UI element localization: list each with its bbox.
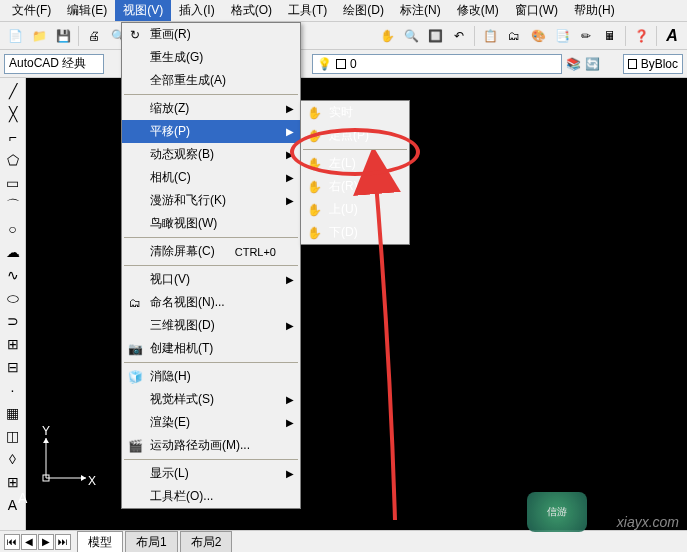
new-button[interactable]: 📄 — [4, 25, 26, 47]
tab-first-button[interactable]: ⏮ — [4, 534, 20, 550]
menu-viewport[interactable]: 视口(V) ▶ — [122, 268, 300, 291]
make-block-tool[interactable]: ⊟ — [2, 356, 24, 378]
menu-redraw-label: 重画(R) — [150, 26, 191, 43]
menu-toolbars[interactable]: 工具栏(O)... — [122, 485, 300, 508]
open-button[interactable]: 📁 — [28, 25, 50, 47]
pan-submenu: ✋ 实时 ✋ 定点(P) ✋ 左(L) ✋ 右(R) ✋ 上(U) ✋ — [300, 100, 410, 245]
menu-regen-all-label: 全部重生成(A) — [150, 72, 226, 89]
zoom-realtime-button[interactable]: 🔍 — [400, 25, 422, 47]
arc-tool[interactable]: ⌒ — [2, 195, 24, 217]
menu-regen-label: 重生成(G) — [150, 49, 203, 66]
menu-format[interactable]: 格式(O) — [223, 0, 280, 21]
point-tool[interactable]: · — [2, 379, 24, 401]
help-button[interactable]: ❓ — [630, 25, 652, 47]
menu-hide[interactable]: 🧊 消隐(H) — [122, 365, 300, 388]
hatch-tool[interactable]: ▦ — [2, 402, 24, 424]
calculator-button[interactable]: 🖩 — [599, 25, 621, 47]
polyline-tool[interactable]: ⌐ — [2, 126, 24, 148]
layer-previous-button[interactable]: 🔄 — [585, 57, 600, 71]
svg-marker-3 — [43, 438, 49, 443]
text-style-button[interactable]: A — [661, 25, 683, 47]
submenu-pan-realtime[interactable]: ✋ 实时 — [301, 101, 409, 124]
polygon-tool[interactable]: ⬠ — [2, 149, 24, 171]
tab-model[interactable]: 模型 — [77, 531, 123, 553]
print-button[interactable]: 🖨 — [83, 25, 105, 47]
designcenter-button[interactable]: 🗂 — [503, 25, 525, 47]
pan-tool-button[interactable]: ✋ — [376, 25, 398, 47]
xline-tool[interactable]: ╳ — [2, 103, 24, 125]
menu-render[interactable]: 渲染(E) ▶ — [122, 411, 300, 434]
submenu-pan-right[interactable]: ✋ 右(R) — [301, 175, 409, 198]
workspace-selector[interactable]: AutoCAD 经典 — [4, 54, 104, 74]
menu-help[interactable]: 帮助(H) — [566, 0, 623, 21]
menu-cleanscreen[interactable]: 清除屏幕(C) CTRL+0 — [122, 240, 300, 263]
named-views-icon: 🗂 — [126, 296, 144, 310]
menu-zoom[interactable]: 缩放(Z) ▶ — [122, 97, 300, 120]
spline-tool[interactable]: ∿ — [2, 264, 24, 286]
menu-motion-path[interactable]: 🎬 运动路径动画(M)... — [122, 434, 300, 457]
ellipse-tool[interactable]: ⬭ — [2, 287, 24, 309]
menu-display[interactable]: 显示(L) ▶ — [122, 462, 300, 485]
line-tool[interactable]: ╱ — [2, 80, 24, 102]
draw-toolbar: ╱ ╳ ⌐ ⬠ ▭ ⌒ ○ ☁ ∿ ⬭ ⊃ ⊞ ⊟ · ▦ ◫ ◊ ⊞ A — [0, 78, 26, 530]
hand-icon: ✋ — [305, 106, 323, 120]
layout-tabs: ⏮ ◀ ▶ ⏭ 模型 布局1 布局2 — [0, 530, 687, 552]
submenu-pan-point[interactable]: ✋ 定点(P) — [301, 124, 409, 147]
markup-button[interactable]: ✏ — [575, 25, 597, 47]
layer-selector[interactable]: 💡 0 — [312, 54, 562, 74]
tab-nav: ⏮ ◀ ▶ ⏭ — [0, 534, 75, 550]
menu-tools[interactable]: 工具(T) — [280, 0, 335, 21]
camera-icon: 📷 — [126, 342, 144, 356]
hand-icon: ✋ — [305, 157, 323, 171]
region-tool[interactable]: ◊ — [2, 448, 24, 470]
ellipse-arc-tool[interactable]: ⊃ — [2, 310, 24, 332]
menu-toolbars-label: 工具栏(O)... — [150, 488, 213, 505]
submenu-pan-left[interactable]: ✋ 左(L) — [301, 152, 409, 175]
menu-create-camera-label: 创建相机(T) — [150, 340, 213, 357]
menu-create-camera[interactable]: 📷 创建相机(T) — [122, 337, 300, 360]
menu-dimension[interactable]: 标注(N) — [392, 0, 449, 21]
menu-view[interactable]: 视图(V) — [115, 0, 171, 21]
menu-pan[interactable]: 平移(P) ▶ ✋ 实时 ✋ 定点(P) ✋ 左(L) ✋ 右(R) ✋ — [122, 120, 300, 143]
menu-file[interactable]: 文件(F) — [4, 0, 59, 21]
tab-layout1[interactable]: 布局1 — [125, 531, 178, 553]
sheet-set-button[interactable]: 📑 — [551, 25, 573, 47]
menu-modify[interactable]: 修改(M) — [449, 0, 507, 21]
menu-camera[interactable]: 相机(C) ▶ — [122, 166, 300, 189]
menu-window[interactable]: 窗口(W) — [507, 0, 566, 21]
menu-orbit[interactable]: 动态观察(B) ▶ — [122, 143, 300, 166]
tab-prev-button[interactable]: ◀ — [21, 534, 37, 550]
tool-palettes-button[interactable]: 🎨 — [527, 25, 549, 47]
revcloud-tool[interactable]: ☁ — [2, 241, 24, 263]
properties-button[interactable]: 📋 — [479, 25, 501, 47]
circle-tool[interactable]: ○ — [2, 218, 24, 240]
menu-regen[interactable]: 重生成(G) — [122, 46, 300, 69]
tab-next-button[interactable]: ▶ — [38, 534, 54, 550]
ucs-icon: Y X A — [36, 428, 96, 490]
menu-named-views[interactable]: 🗂 命名视图(N)... — [122, 291, 300, 314]
menu-visual-styles[interactable]: 视觉样式(S) ▶ — [122, 388, 300, 411]
tab-layout2[interactable]: 布局2 — [180, 531, 233, 553]
zoom-previous-button[interactable]: ↶ — [448, 25, 470, 47]
gradient-tool[interactable]: ◫ — [2, 425, 24, 447]
menu-view3d[interactable]: 三维视图(D) ▶ — [122, 314, 300, 337]
menu-redraw[interactable]: ↻ 重画(R) — [122, 23, 300, 46]
insert-block-tool[interactable]: ⊞ — [2, 333, 24, 355]
rectangle-tool[interactable]: ▭ — [2, 172, 24, 194]
zoom-window-button[interactable]: 🔲 — [424, 25, 446, 47]
pan-right-label: 右(R) — [329, 178, 358, 195]
menu-edit[interactable]: 编辑(E) — [59, 0, 115, 21]
submenu-pan-up[interactable]: ✋ 上(U) — [301, 198, 409, 221]
color-selector[interactable]: ByBloc — [623, 54, 683, 74]
menu-birdview[interactable]: 鸟瞰视图(W) — [122, 212, 300, 235]
menu-walkfly-label: 漫游和飞行(K) — [150, 192, 226, 209]
menu-insert[interactable]: 插入(I) — [171, 0, 222, 21]
submenu-pan-down[interactable]: ✋ 下(D) — [301, 221, 409, 244]
submenu-arrow-icon: ▶ — [286, 172, 294, 183]
layer-manager-button[interactable]: 📚 — [566, 57, 581, 71]
menu-walkfly[interactable]: 漫游和飞行(K) ▶ — [122, 189, 300, 212]
menu-regen-all[interactable]: 全部重生成(A) — [122, 69, 300, 92]
tab-last-button[interactable]: ⏭ — [55, 534, 71, 550]
menu-draw[interactable]: 绘图(D) — [335, 0, 392, 21]
save-button[interactable]: 💾 — [52, 25, 74, 47]
